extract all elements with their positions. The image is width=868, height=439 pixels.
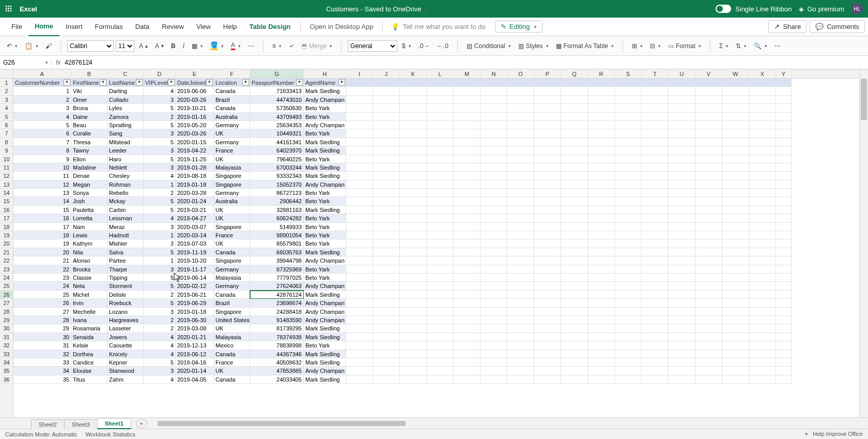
cell[interactable] [776,341,792,350]
cell[interactable] [722,333,749,341]
cell[interactable] [507,146,534,155]
cell[interactable] [373,367,400,375]
cell[interactable] [427,333,454,341]
cell[interactable]: Collado [107,96,144,104]
cell[interactable] [669,299,695,307]
cell[interactable] [400,248,427,256]
cell[interactable] [588,274,615,282]
cell[interactable] [695,206,722,214]
cell[interactable]: Mark Siedling [304,324,346,332]
cell[interactable] [669,138,695,146]
cell[interactable] [722,341,749,350]
font-name-select[interactable]: Calibri [67,40,114,52]
cell[interactable] [695,197,722,205]
cell[interactable]: 1 [144,180,176,189]
cell[interactable] [534,324,561,332]
cell[interactable]: 85579801 [250,239,304,248]
column-header[interactable]: K [400,69,427,78]
cell[interactable]: Kepner [107,358,144,367]
row-header[interactable]: 2 [0,87,13,95]
cell[interactable] [400,172,427,180]
cell[interactable] [454,239,481,248]
cell[interactable] [615,231,642,239]
wrap-text-button[interactable]: ⤶ [286,41,297,51]
cell[interactable] [561,231,588,239]
cell[interactable] [776,113,792,121]
cell[interactable]: 2019-11-25 [176,155,214,163]
cell[interactable] [400,206,427,214]
currency-button[interactable]: $▾ [399,41,414,51]
cell[interactable] [642,333,669,341]
cell[interactable] [776,155,792,163]
scrollbar-thumb[interactable] [861,79,867,120]
cell[interactable] [507,248,534,256]
cell[interactable]: 1 [144,231,176,239]
cell[interactable] [400,223,427,231]
cell[interactable] [481,299,507,307]
cell[interactable] [373,223,400,231]
cell[interactable] [427,375,454,384]
cell[interactable] [722,350,749,358]
cell[interactable] [481,375,507,384]
cell[interactable]: 5 [144,299,176,307]
cell[interactable]: Malayasia [214,163,250,172]
cell[interactable]: Singapore [214,180,250,189]
cell[interactable]: 2020-01-15 [176,138,214,146]
cell[interactable] [534,87,561,95]
filter-dropdown-button[interactable]: ▼ [296,79,303,86]
cell[interactable]: 2020-01-21 [176,333,214,341]
cell[interactable] [669,113,695,121]
table-header-cell[interactable] [561,79,588,87]
cell[interactable] [695,96,722,104]
conditional-formatting-button[interactable]: ▤ Conditional▾ [464,41,514,51]
cell[interactable] [427,163,454,172]
cell[interactable] [346,121,373,129]
cell[interactable] [534,282,561,290]
cell[interactable]: Classie [71,274,107,282]
cell[interactable] [722,248,749,256]
cell[interactable]: 3 [144,367,176,375]
row-header[interactable]: 18 [0,223,13,231]
row-header[interactable]: 16 [0,206,13,214]
cell[interactable]: Tawny [71,146,107,155]
cell[interactable] [454,231,481,239]
cell[interactable] [400,375,427,384]
cell[interactable] [642,214,669,222]
cell[interactable] [454,197,481,205]
cell[interactable] [695,375,722,384]
cell[interactable]: 2020-01-14 [176,367,214,375]
column-header[interactable]: H [304,69,346,78]
row-header[interactable]: 27 [0,299,13,307]
cell[interactable] [749,256,776,265]
cell[interactable] [749,214,776,222]
cell[interactable] [507,239,534,248]
increase-font-button[interactable]: A▴ [136,41,150,51]
filter-dropdown-button[interactable]: ▼ [206,79,213,86]
cell[interactable] [373,333,400,341]
insert-cells-button[interactable]: ⊞▾ [629,41,645,51]
cell[interactable] [561,197,588,205]
cell[interactable] [588,231,615,239]
cell[interactable] [507,87,534,95]
cell[interactable] [507,138,534,146]
cell[interactable] [507,197,534,205]
cell[interactable] [427,155,454,163]
cell[interactable]: 4 [144,341,176,350]
cell[interactable] [373,155,400,163]
cell[interactable] [615,155,642,163]
cell[interactable] [561,375,588,384]
cell[interactable] [588,214,615,222]
row-header[interactable]: 19 [0,231,13,239]
cell[interactable]: Andy Champan [304,282,346,290]
table-header-cell[interactable]: FirstName▼ [71,79,107,87]
cell[interactable] [346,282,373,290]
cell[interactable] [615,256,642,265]
filter-dropdown-button[interactable]: ▼ [338,79,345,86]
cell[interactable]: Zahm [107,375,144,384]
cell[interactable] [481,180,507,189]
cell[interactable] [481,155,507,163]
cell[interactable] [561,146,588,155]
cell[interactable] [481,223,507,231]
cell[interactable] [507,333,534,341]
cell[interactable]: 25 [13,291,71,299]
